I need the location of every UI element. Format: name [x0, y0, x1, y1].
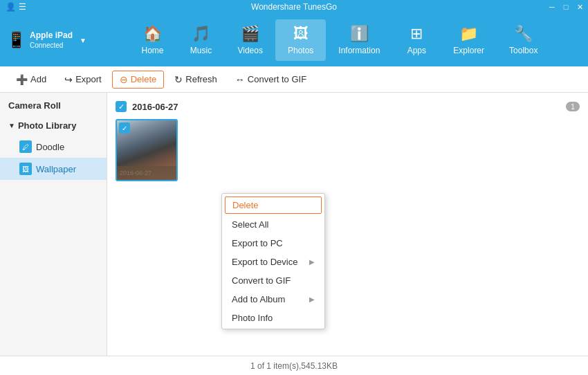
- export-label: Export: [75, 74, 102, 84]
- delete-label: Delete: [131, 74, 157, 84]
- convert-gif-label: Convert to GIF: [248, 74, 306, 84]
- nav-label-videos: Videos: [237, 46, 262, 55]
- nav-item-information[interactable]: ℹ️ Information: [326, 19, 392, 61]
- context-menu-select-all[interactable]: Select All: [222, 215, 324, 234]
- add-label: Add: [30, 74, 46, 84]
- nav-item-toolbox[interactable]: 🔧 Toolbox: [497, 19, 550, 61]
- nav-label-home: Home: [141, 46, 163, 55]
- home-icon: 🏠: [143, 25, 162, 43]
- photo-thumbnail[interactable]: ✓ 2016-06-27: [116, 119, 178, 181]
- device-name: Apple iPad: [30, 30, 73, 42]
- window-controls: ─ □ ✕: [546, 1, 585, 12]
- convert-gif-button[interactable]: ↔ Convert to GIF: [228, 71, 314, 89]
- refresh-label: Refresh: [185, 74, 217, 84]
- information-icon: ℹ️: [350, 25, 369, 43]
- nav-label-information: Information: [338, 46, 380, 55]
- device-icon: 📱: [7, 31, 26, 49]
- title-bar: 👤 ☰ Wondershare TunesGo ─ □ ✕: [0, 0, 588, 14]
- camera-roll-label: Camera Roll: [8, 100, 61, 111]
- export-icon: ↪: [64, 74, 73, 85]
- context-menu-photo-info[interactable]: Photo Info: [222, 309, 324, 327]
- context-menu: Delete Select All Export to PC Export to…: [221, 193, 325, 329]
- context-menu-export-pc[interactable]: Export to PC: [222, 234, 324, 253]
- device-dropdown-arrow[interactable]: ▼: [80, 37, 86, 44]
- content-area: ✓ 2016-06-27 1 ✓ 2016-06-27 Delete Selec…: [107, 93, 588, 356]
- context-menu-delete[interactable]: Delete: [225, 196, 322, 214]
- photo-checkbox[interactable]: ✓: [119, 122, 130, 134]
- convert-gif-icon: ↔: [235, 74, 245, 85]
- count-badge: 1: [566, 102, 580, 111]
- toolbox-icon: 🔧: [514, 25, 533, 43]
- nav-label-toolbox: Toolbox: [509, 46, 538, 55]
- videos-icon: 🎬: [241, 25, 259, 43]
- export-button[interactable]: ↪ Export: [57, 71, 109, 89]
- maximize-icon[interactable]: □: [560, 1, 571, 12]
- wallpaper-icon: 🖼: [19, 163, 32, 175]
- nav-item-videos[interactable]: 🎬 Videos: [225, 19, 275, 61]
- sidebar-item-doodle[interactable]: 🖊 Doodle: [0, 136, 107, 158]
- context-menu-export-device[interactable]: Export to Device ▶: [222, 253, 324, 271]
- date-header: ✓ 2016-06-27 1: [116, 101, 580, 112]
- context-export-device-label: Export to Device: [232, 257, 297, 267]
- context-menu-convert-gif[interactable]: Convert to GIF: [222, 271, 324, 290]
- close-icon[interactable]: ✕: [574, 1, 585, 12]
- apps-icon: ⊞: [410, 25, 423, 43]
- expand-arrow-icon: ▼: [8, 122, 15, 129]
- context-convert-gif-label: Convert to GIF: [232, 275, 291, 286]
- nav-item-music[interactable]: 🎵 Music: [176, 19, 225, 61]
- user-icon[interactable]: 👤: [6, 2, 16, 12]
- music-icon: 🎵: [192, 25, 210, 43]
- toolbar: ➕ Add ↪ Export ⊖ Delete ↻ Refresh ↔ Conv…: [0, 66, 588, 93]
- sub-arrow-export-device: ▶: [309, 258, 315, 266]
- wallpaper-label: Wallpaper: [36, 164, 76, 174]
- add-button[interactable]: ➕ Add: [8, 71, 54, 89]
- nav-label-apps: Apps: [407, 46, 426, 55]
- device-text: Apple iPad Connected: [30, 30, 73, 51]
- sidebar: Camera Roll ▼ Photo Library 🖊 Doodle 🖼 W…: [0, 93, 107, 356]
- title-bar-left: 👤 ☰: [6, 2, 26, 12]
- delete-button[interactable]: ⊖ Delete: [112, 71, 165, 89]
- refresh-icon: ↻: [174, 74, 183, 85]
- nav-item-apps[interactable]: ⊞ Apps: [392, 19, 441, 61]
- nav-bar: 📱 Apple iPad Connected ▼ 🏠 Home 🎵 Music …: [0, 14, 588, 66]
- context-add-album-label: Add to Album: [232, 294, 285, 304]
- context-photo-info-label: Photo Info: [232, 313, 273, 323]
- app-title: Wondershare TunesGo: [251, 2, 337, 12]
- nav-items: 🏠 Home 🎵 Music 🎬 Videos 🖼 Photos ℹ️ Info…: [98, 19, 581, 61]
- status-bar: 1 of 1 item(s),545.13KB: [0, 356, 588, 375]
- photos-icon: 🖼: [293, 25, 309, 43]
- context-export-pc-label: Export to PC: [232, 238, 283, 248]
- menu-icon[interactable]: ☰: [19, 2, 26, 12]
- doodle-label: Doodle: [36, 142, 64, 152]
- nav-item-photos[interactable]: 🖼 Photos: [275, 19, 326, 61]
- delete-icon: ⊖: [120, 74, 128, 85]
- device-info: 📱 Apple iPad Connected ▼: [7, 30, 86, 51]
- sub-arrow-add-album: ▶: [309, 295, 315, 303]
- nav-label-photos: Photos: [288, 46, 313, 55]
- sidebar-item-camera-roll[interactable]: Camera Roll: [0, 95, 107, 116]
- date-checkbox[interactable]: ✓: [116, 101, 127, 112]
- nav-label-music: Music: [190, 46, 212, 55]
- sidebar-section-photo-library[interactable]: ▼ Photo Library: [0, 116, 107, 136]
- add-icon: ➕: [16, 74, 28, 85]
- sidebar-item-wallpaper[interactable]: 🖼 Wallpaper: [0, 158, 107, 180]
- main-layout: Camera Roll ▼ Photo Library 🖊 Doodle 🖼 W…: [0, 93, 588, 356]
- device-status: Connected: [30, 41, 73, 50]
- photo-date: 2016-06-27: [120, 170, 151, 176]
- explorer-icon: 📁: [459, 25, 478, 43]
- status-text: 1 of 1 item(s),545.13KB: [250, 361, 338, 371]
- photo-library-label: Photo Library: [18, 120, 77, 131]
- nav-item-explorer[interactable]: 📁 Explorer: [441, 19, 497, 61]
- context-delete-label: Delete: [232, 200, 259, 210]
- context-menu-add-album[interactable]: Add to Album ▶: [222, 290, 324, 309]
- photo-grid: ✓ 2016-06-27: [116, 119, 580, 181]
- nav-label-explorer: Explorer: [453, 46, 484, 55]
- context-select-all-label: Select All: [232, 219, 268, 230]
- doodle-icon: 🖊: [19, 140, 32, 153]
- nav-item-home[interactable]: 🏠 Home: [128, 19, 176, 61]
- refresh-button[interactable]: ↻ Refresh: [167, 71, 225, 89]
- date-label: 2016-06-27: [132, 102, 178, 112]
- minimize-icon[interactable]: ─: [546, 1, 558, 12]
